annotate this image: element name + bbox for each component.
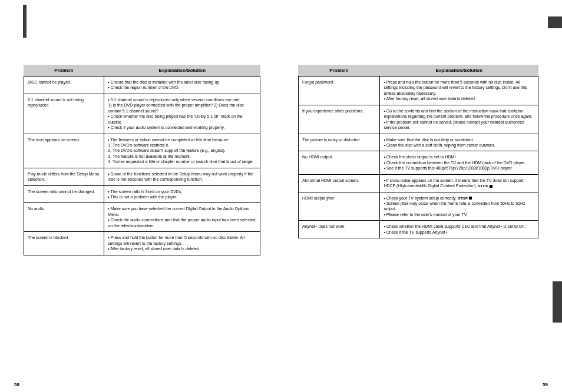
right-row-problem: No HDMI output. xyxy=(299,151,380,174)
solution-line: • Clean the disc with a soft cloth, wipi… xyxy=(384,143,495,147)
right-row-problem: Abnormal HDMI output screen. xyxy=(299,174,380,192)
table-row: The picture is noisy or distorted.• Make… xyxy=(299,134,538,151)
solution-line: • Check whether the HDMI cable supports … xyxy=(384,224,525,228)
page-number-right: 59 xyxy=(543,382,548,387)
table-row: No audio.• Make sure you have selected t… xyxy=(24,203,260,232)
table-row: The screen ratio cannot be changed.• The… xyxy=(24,185,260,203)
solution-line: • If snow noise appears on the screen, i… xyxy=(384,178,523,188)
solution-line: • Some of the functions selected in the … xyxy=(108,172,253,181)
right-row-solution: • Check whether the HDMI cable supports … xyxy=(380,221,538,238)
solution-line: • Make sure that the disc is not dirty o… xyxy=(384,138,474,142)
left-header-solution: Explanation/Solution xyxy=(104,65,260,76)
solution-line: • After factory reset, all stored user d… xyxy=(108,247,200,251)
solution-line: • Check the connection between the TV an… xyxy=(384,161,525,165)
left-row-problem: No audio. xyxy=(24,203,104,232)
right-row-problem: Forgot password. xyxy=(299,77,380,105)
left-row-problem: Play mode differs from the Setup Menu se… xyxy=(24,168,104,185)
right-row-solution: • If snow noise appears on the screen, i… xyxy=(380,174,538,192)
solution-line: • 5.1 channel sound is reproduced only w… xyxy=(108,98,240,102)
left-row-solution: • Press and hold the button for more tha… xyxy=(104,232,260,255)
solution-line: • If the problem still cannot be solved,… xyxy=(384,120,524,129)
solution-line: • Check the audio connections and that t… xyxy=(108,218,255,227)
stop-icon: STOP xyxy=(458,196,468,201)
right-row-problem: HDMI output jitter xyxy=(299,192,380,221)
left-row-solution: • Ensure that the disc is installed with… xyxy=(104,77,260,94)
left-row-solution: • 5.1 channel sound is reproduced only w… xyxy=(104,94,260,134)
table-row: If you experience other problems.• Go to… xyxy=(299,105,538,134)
table-row: Play mode differs from the Setup Menu se… xyxy=(24,168,260,185)
solution-line: • Make sure you have selected the correc… xyxy=(108,207,249,216)
margin-tab-left xyxy=(23,5,27,38)
table-row: Forgot password.• Press and hold the but… xyxy=(299,77,538,105)
right-header-problem: Problem xyxy=(298,65,380,76)
solution-line: • Screen jitter may occur when the frame… xyxy=(384,201,525,211)
solution-line: 1) Is the DVD player connected with the … xyxy=(108,103,243,112)
stop-icon: STOP xyxy=(478,184,488,188)
left-column: Problem Explanation/Solution DISC cannot… xyxy=(24,65,260,255)
right-row-problem: If you experience other problems. xyxy=(299,105,380,134)
solution-line: • Check the region number of the DVD. xyxy=(108,85,179,89)
right-row-problem: Anynet+ does not work xyxy=(299,221,380,238)
left-row-problem: DISC cannot be played. xyxy=(24,77,104,94)
left-row-solution: • The features or action cannot be compl… xyxy=(104,134,260,168)
right-row-problem: The picture is noisy or distorted. xyxy=(299,134,380,151)
left-row-solution: • Some of the functions selected in the … xyxy=(104,168,260,185)
table-row: No HDMI output.• Check the video output … xyxy=(299,151,538,174)
margin-tab-right-top xyxy=(548,16,562,28)
solution-line: • Check if your audio system is connecte… xyxy=(108,125,224,129)
solution-line: • Please refer to the user's manual of y… xyxy=(384,212,467,217)
right-row-solution: • Make sure that the disc is not dirty o… xyxy=(380,134,538,151)
stop-square-icon xyxy=(469,197,472,200)
left-table-header: Problem Explanation/Solution xyxy=(24,65,260,76)
solution-line: • The screen ratio is fixed on your DVDs… xyxy=(108,190,182,194)
solution-line: 4. You've requested a title or chapter n… xyxy=(108,160,253,164)
right-column: Problem Explanation/Solution Forgot pass… xyxy=(298,65,538,238)
solution-line: • Check whether the disc being played ha… xyxy=(108,114,242,124)
solution-line: • The features or action cannot be compl… xyxy=(108,138,229,142)
solution-line: • This is not a problem with the player. xyxy=(108,195,177,199)
solution-line: • See if the TV supports this 480p/576p/… xyxy=(384,166,513,170)
solution-line: • Press and hold the button for more tha… xyxy=(108,235,244,245)
page-number-left: 58 xyxy=(14,382,19,387)
solution-line: • Go to the contents and find the sectio… xyxy=(384,109,532,118)
table-row: DISC cannot be played.• Ensure that the … xyxy=(24,77,260,94)
right-table-header: Problem Explanation/Solution xyxy=(298,65,538,76)
solution-line: 1. The DVD's software restricts it. xyxy=(108,143,169,147)
solution-line: • Check the video output is set to HDMI. xyxy=(384,155,457,159)
solution-line: • Check if the TV supports Anynet+. xyxy=(384,230,448,234)
solution-line: 2. The DVD's software doesn't support th… xyxy=(108,148,225,152)
solution-line: • Check your TV system setup correctly. xyxy=(384,196,458,200)
solution-line: • Press and hold the button for more tha… xyxy=(384,80,527,95)
right-header-solution: Explanation/Solution xyxy=(380,65,538,76)
table-row: The icon appears on screen.• The feature… xyxy=(24,134,260,168)
table-row: Anynet+ does not work• Check whether the… xyxy=(299,221,538,238)
right-row-solution: • Check the video output is set to HDMI.… xyxy=(380,151,538,174)
table-row: Abnormal HDMI output screen.• If snow no… xyxy=(299,174,538,192)
right-table: Forgot password.• Press and hold the but… xyxy=(298,76,538,238)
left-header-problem: Problem xyxy=(24,65,104,76)
table-row: The screen is blocked.• Press and hold t… xyxy=(24,232,260,255)
solution-line: 3. The feature is not available at the m… xyxy=(108,154,190,158)
left-row-solution: • Make sure you have selected the correc… xyxy=(104,203,260,232)
left-row-problem: The screen ratio cannot be changed. xyxy=(24,185,104,203)
left-row-solution: • The screen ratio is fixed on your DVDs… xyxy=(104,185,260,203)
left-row-problem: The screen is blocked. xyxy=(24,232,104,255)
solution-line: • After factory reset, all stored user d… xyxy=(384,97,476,101)
left-table: DISC cannot be played.• Ensure that the … xyxy=(24,76,260,255)
right-row-solution: • Go to the contents and find the sectio… xyxy=(380,105,538,134)
margin-tab-right-bottom xyxy=(553,281,562,323)
stop-square-icon xyxy=(490,185,492,188)
right-row-solution: • Press and hold the button for more tha… xyxy=(380,77,538,105)
right-row-solution: • Check your TV system setup correctly. … xyxy=(380,192,538,221)
left-row-problem: The icon appears on screen. xyxy=(24,134,104,168)
left-row-problem: 5.1 channel sound is not being reproduce… xyxy=(24,94,104,134)
solution-line: • Ensure that the disc is installed with… xyxy=(108,80,220,84)
table-row: 5.1 channel sound is not being reproduce… xyxy=(24,94,260,134)
table-row: HDMI output jitter• Check your TV system… xyxy=(299,192,538,221)
page-spread: Problem Explanation/Solution DISC cannot… xyxy=(0,0,562,392)
